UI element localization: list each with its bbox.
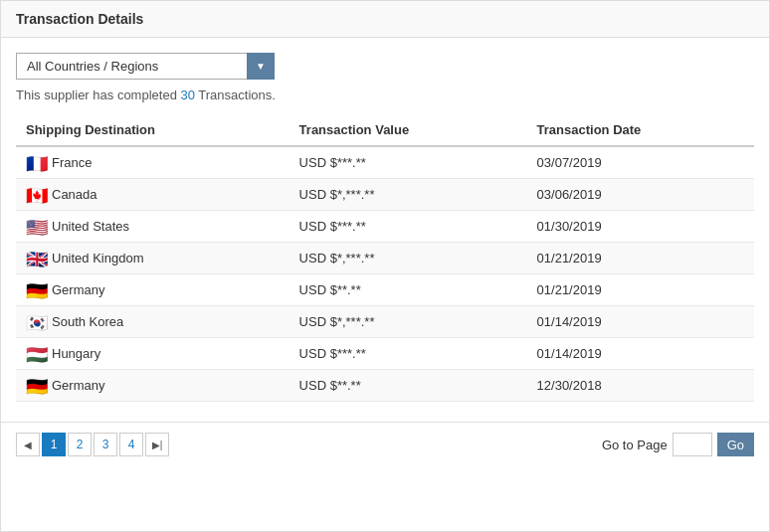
cell-value: USD $***.**: [289, 338, 527, 370]
table-header-row: Shipping Destination Transaction Value T…: [16, 114, 754, 146]
flag-icon: 🇺🇸: [26, 219, 48, 234]
page-3-button[interactable]: 3: [94, 433, 117, 456]
goto-page-label: Go to Page: [602, 438, 668, 452]
pagination-right: Go to Page Go: [602, 433, 754, 456]
country-name: United Kingdom: [52, 251, 144, 266]
cell-destination: 🇺🇸United States: [16, 211, 289, 243]
country-name: United States: [52, 219, 129, 234]
cell-date: 01/21/2019: [527, 243, 754, 274]
country-region-select[interactable]: All Countries / Regions: [16, 53, 275, 80]
filter-row: All Countries / Regions: [16, 53, 754, 80]
cell-date: 01/30/2019: [527, 211, 754, 243]
flag-icon: 🇩🇪: [26, 282, 48, 297]
cell-date: 12/30/2018: [527, 370, 754, 402]
cell-destination: 🇬🇧United Kingdom: [16, 243, 289, 274]
flag-icon: 🇩🇪: [26, 378, 48, 393]
table-row: 🇨🇦CanadaUSD $*,***.** 03/06/2019: [16, 179, 754, 211]
col-header-value: Transaction Value: [289, 114, 527, 146]
country-name: Hungary: [52, 346, 100, 361]
cell-date: 01/14/2019: [527, 306, 754, 338]
cell-value: USD $**.**: [289, 370, 527, 402]
goto-page-input[interactable]: [673, 433, 712, 456]
cell-value: USD $***.**: [289, 211, 527, 243]
flag-icon: 🇰🇷: [26, 314, 48, 329]
transaction-table: Shipping Destination Transaction Value T…: [16, 114, 754, 402]
goto-page-button[interactable]: Go: [717, 433, 754, 456]
country-name: France: [52, 155, 92, 170]
cell-date: 01/14/2019: [527, 338, 754, 370]
table-row: 🇩🇪GermanyUSD $**.**12/30/2018: [16, 370, 754, 402]
transaction-summary: This supplier has completed 30 Transacti…: [16, 88, 754, 102]
table-row: 🇺🇸United StatesUSD $***.** 01/30/2019: [16, 211, 754, 243]
cell-value: USD $**.**: [289, 274, 527, 306]
cell-value: USD $***.**: [289, 146, 527, 179]
country-name: Germany: [52, 282, 104, 297]
page-4-button[interactable]: 4: [119, 433, 143, 456]
cell-value: USD $*,***.**: [289, 179, 527, 211]
page-first-button[interactable]: ◀: [16, 433, 40, 456]
flag-icon: 🇨🇦: [26, 187, 48, 202]
cell-value: USD $*,***.**: [289, 243, 527, 274]
cell-destination: 🇨🇦Canada: [16, 179, 289, 211]
cell-date: 03/06/2019: [527, 179, 754, 211]
cell-date: 03/07/2019: [527, 146, 754, 179]
table-row: 🇬🇧United KingdomUSD $*,***.** 01/21/2019: [16, 243, 754, 274]
cell-value: USD $*,***.**: [289, 306, 527, 338]
cell-destination: 🇫🇷France: [16, 146, 289, 179]
cell-destination: 🇭🇺Hungary: [16, 338, 289, 370]
col-header-date: Transaction Date: [527, 114, 754, 146]
country-name: Canada: [52, 187, 97, 202]
page-wrapper: Transaction Details All Countries / Regi…: [0, 0, 770, 532]
panel-title: Transaction Details: [16, 11, 143, 27]
cell-date: 01/21/2019: [527, 274, 754, 306]
country-name: Germany: [52, 378, 104, 393]
transaction-count-link[interactable]: 30: [180, 88, 194, 102]
summary-prefix: This supplier has completed: [16, 88, 180, 102]
flag-icon: 🇬🇧: [26, 251, 48, 266]
panel-header: Transaction Details: [1, 1, 769, 38]
panel-body: All Countries / Regions This supplier ha…: [1, 38, 769, 417]
flag-icon: 🇭🇺: [26, 346, 48, 361]
summary-suffix: Transactions.: [195, 88, 276, 102]
table-row: 🇩🇪GermanyUSD $**.**01/21/2019: [16, 274, 754, 306]
cell-destination: 🇩🇪Germany: [16, 274, 289, 306]
country-filter-wrapper: All Countries / Regions: [16, 53, 275, 80]
page-1-button[interactable]: 1: [42, 433, 66, 456]
page-last-button[interactable]: ▶|: [145, 433, 169, 456]
page-2-button[interactable]: 2: [68, 433, 92, 456]
flag-icon: 🇫🇷: [26, 155, 48, 170]
cell-destination: 🇩🇪Germany: [16, 370, 289, 402]
country-name: South Korea: [52, 314, 123, 329]
table-row: 🇫🇷FranceUSD $***.** 03/07/2019: [16, 146, 754, 179]
table-row: 🇰🇷South KoreaUSD $*,***.** 01/14/2019: [16, 306, 754, 338]
cell-destination: 🇰🇷South Korea: [16, 306, 289, 338]
table-header: Shipping Destination Transaction Value T…: [16, 114, 754, 146]
col-header-destination: Shipping Destination: [16, 114, 289, 146]
table-row: 🇭🇺HungaryUSD $***.** 01/14/2019: [16, 338, 754, 370]
pagination-left: ◀ 1 2 3 4 ▶|: [16, 433, 169, 456]
table-body: 🇫🇷FranceUSD $***.** 03/07/2019🇨🇦CanadaUS…: [16, 146, 754, 402]
pagination-bar: ◀ 1 2 3 4 ▶| Go to Page Go: [1, 422, 769, 466]
